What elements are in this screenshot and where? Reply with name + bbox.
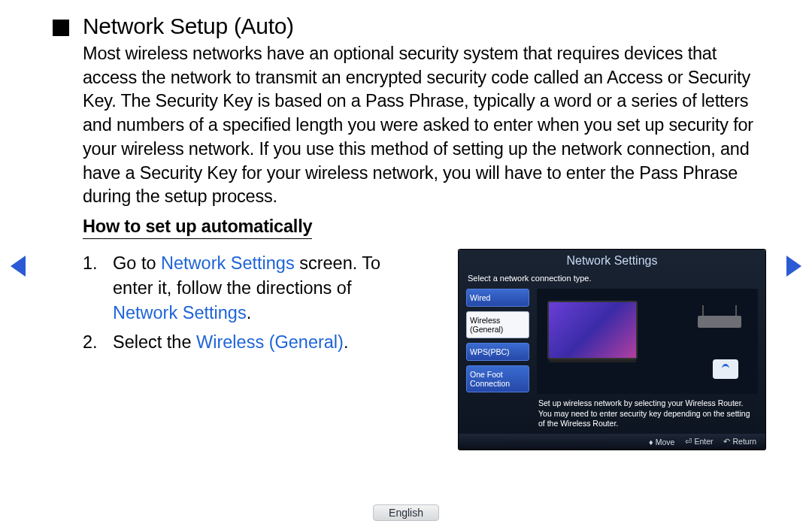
- router-icon: [698, 316, 741, 328]
- tv-body: Wired Wireless (General) WPS(PBC) One Fo…: [459, 289, 765, 434]
- tv-footer: ♦Move ⏎Enter ↶Return: [459, 434, 765, 450]
- tv-option-wps-pbc[interactable]: WPS(PBC): [466, 343, 529, 361]
- language-badge[interactable]: English: [373, 504, 439, 521]
- steps-area: 1. Go to Network Settings screen. To ent…: [83, 251, 771, 450]
- manual-page: Network Setup (Auto) Most wireless netwo…: [0, 0, 812, 450]
- wifi-icon: [713, 359, 738, 379]
- tv-footer-move: ♦Move: [649, 438, 674, 447]
- tv-option-wired[interactable]: Wired: [466, 289, 529, 307]
- tv-option-description: Set up wireless network by selecting you…: [537, 394, 758, 431]
- tv-option-one-foot-connection[interactable]: One Foot Connection: [466, 365, 529, 392]
- ui-term-wireless-general: Wireless (General): [196, 332, 344, 352]
- tv-option-list: Wired Wireless (General) WPS(PBC) One Fo…: [466, 289, 529, 431]
- step-2: 2. Select the Wireless (General).: [83, 330, 398, 355]
- tv-option-wireless-general[interactable]: Wireless (General): [466, 311, 529, 338]
- step-number: 1.: [83, 251, 113, 326]
- tv-footer-enter: ⏎Enter: [685, 437, 713, 447]
- step-1: 1. Go to Network Settings screen. To ent…: [83, 251, 398, 326]
- step-2-text: Select the Wireless (General).: [113, 330, 398, 355]
- tv-subtitle: Select a network connection type.: [459, 271, 765, 289]
- updown-icon: ♦: [649, 438, 653, 447]
- steps-list: 1. Go to Network Settings screen. To ent…: [83, 251, 398, 450]
- section-heading-row: Network Setup (Auto): [53, 14, 771, 39]
- return-icon: ↶: [723, 437, 730, 446]
- intro-paragraph: Most wireless networks have an optional …: [83, 42, 765, 209]
- step-1-text: Go to Network Settings screen. To enter …: [113, 251, 398, 326]
- tv-title: Network Settings: [459, 250, 765, 271]
- square-bullet-icon: [53, 20, 69, 36]
- ui-term-network-settings: Network Settings: [161, 253, 295, 273]
- tv-footer-return: ↶Return: [723, 437, 756, 447]
- tv-illustration: [537, 289, 758, 394]
- nav-next-icon[interactable]: [786, 256, 801, 277]
- tv-icon: [547, 301, 638, 359]
- tv-screenshot-network-settings: Network Settings Select a network connec…: [459, 250, 765, 450]
- enter-icon: ⏎: [685, 437, 692, 446]
- step-number: 2.: [83, 330, 113, 355]
- subheading: How to set up automatically: [83, 217, 312, 239]
- section-heading: Network Setup (Auto): [83, 14, 294, 39]
- ui-term-network-settings: Network Settings: [113, 303, 247, 323]
- tv-right-pane: Set up wireless network by selecting you…: [537, 289, 758, 431]
- nav-prev-icon[interactable]: [11, 256, 26, 277]
